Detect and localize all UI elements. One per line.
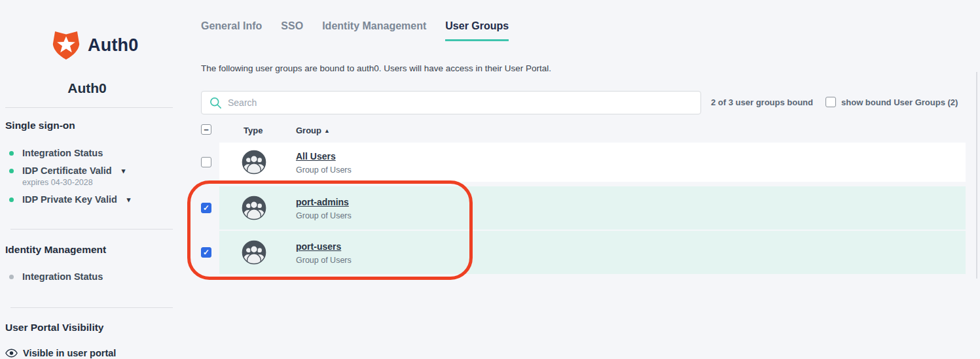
- table-row: All Users Group of Users: [201, 143, 966, 182]
- status-dot-green-icon: [9, 169, 14, 173]
- group-of-users-icon: [242, 240, 266, 265]
- scrollbar-track[interactable]: [976, 72, 977, 279]
- row-text: port-users Group of Users: [296, 241, 352, 265]
- app-title: Auth0: [0, 80, 174, 96]
- sidebar-item-label: IDP Private Key Valid: [22, 194, 117, 205]
- sidebar-divider: [10, 307, 173, 308]
- group-type-label: Group of Users: [296, 211, 352, 220]
- table-row: ✓ port-admins Group of Users: [201, 186, 966, 230]
- indeterminate-icon: −: [204, 126, 209, 134]
- group-type-label: Group of Users: [296, 165, 352, 175]
- page-description: The following user groups are bound to a…: [201, 63, 551, 73]
- tab-general-info[interactable]: General Info: [201, 20, 262, 41]
- search-input[interactable]: [228, 97, 693, 108]
- app-logo: Auth0: [51, 30, 174, 61]
- search-icon: [209, 97, 222, 109]
- group-link-port-admins[interactable]: port-admins: [296, 197, 349, 207]
- chevron-down-icon[interactable]: ▾: [122, 167, 126, 175]
- status-dot-gray-icon: [9, 275, 14, 279]
- row-checkbox-port-admins[interactable]: ✓: [201, 203, 211, 213]
- status-dot-green-icon: [9, 151, 14, 156]
- section-title-user-portal-visibility: User Portal Visibility: [5, 322, 174, 333]
- column-header-group-label: Group: [296, 126, 321, 135]
- sidebar-item-label: Integration Status: [22, 148, 103, 158]
- sidebar-item-visible-in-user-portal: Visible in user portal: [5, 348, 174, 358]
- chevron-down-icon[interactable]: ▾: [127, 196, 131, 204]
- table-row: ✓ port-users Group of Users: [201, 231, 966, 274]
- row-checkbox-port-users[interactable]: ✓: [201, 247, 211, 258]
- row-text: port-admins Group of Users: [296, 196, 352, 220]
- group-type-label: Group of Users: [296, 256, 352, 265]
- group-link-all-users[interactable]: All Users: [296, 151, 336, 162]
- sidebar-divider: [10, 229, 173, 230]
- search-box[interactable]: [201, 91, 701, 114]
- check-icon: ✓: [203, 204, 209, 212]
- select-all-checkbox[interactable]: −: [201, 124, 211, 135]
- row-text: All Users Group of Users: [296, 150, 352, 175]
- sidebar-item-sso-integration-status: Integration Status: [9, 148, 174, 158]
- sidebar-divider: [5, 107, 173, 108]
- show-bound-checkbox[interactable]: [826, 97, 836, 107]
- sidebar: Auth0 Auth0 Single sign-on Integration S…: [0, 0, 174, 359]
- certificate-expiry-text: expires 04-30-2028: [22, 178, 174, 187]
- eye-icon: [5, 349, 18, 358]
- row-checkbox-all-users[interactable]: [201, 157, 211, 167]
- sidebar-item-label: IDP Certificate Valid: [22, 165, 112, 176]
- bound-count-text: 2 of 3 user groups bound: [711, 97, 813, 107]
- section-title-sso: Single sign-on: [5, 120, 174, 131]
- row-card-port-users[interactable]: port-users Group of Users: [219, 231, 966, 274]
- sort-ascending-icon: ▲: [324, 128, 330, 134]
- section-single-sign-on: Single sign-on Integration Status IDP Ce…: [5, 120, 174, 230]
- logo-wordmark: Auth0: [88, 35, 139, 56]
- tab-bar: General Info SSO Identity Management Use…: [201, 20, 509, 41]
- sidebar-item-label: Integration Status: [22, 271, 103, 282]
- tab-user-groups[interactable]: User Groups: [445, 20, 509, 41]
- sidebar-item-label: Visible in user portal: [23, 348, 116, 358]
- sidebar-item-idp-certificate[interactable]: IDP Certificate Valid ▾: [9, 165, 174, 176]
- sidebar-item-im-integration-status: Integration Status: [9, 271, 174, 282]
- section-user-portal-visibility: User Portal Visibility Visible in user p…: [5, 322, 174, 358]
- column-header-type[interactable]: Type: [244, 126, 263, 135]
- row-card-all-users[interactable]: All Users Group of Users: [219, 143, 966, 182]
- summary-bar: 2 of 3 user groups bound show bound User…: [711, 97, 958, 107]
- auth0-shield-icon: [51, 30, 81, 61]
- section-identity-management: Identity Management Integration Status: [5, 244, 174, 308]
- status-dot-green-icon: [9, 197, 14, 202]
- check-icon: ✓: [203, 248, 209, 256]
- tab-sso[interactable]: SSO: [281, 20, 303, 41]
- group-of-users-icon: [242, 196, 266, 220]
- tab-identity-management[interactable]: Identity Management: [322, 20, 426, 41]
- row-card-port-admins[interactable]: port-admins Group of Users: [219, 186, 966, 230]
- show-bound-filter[interactable]: show bound User Groups (2): [826, 97, 958, 107]
- section-title-identity-management: Identity Management: [5, 244, 174, 256]
- column-header-group[interactable]: Group▲: [296, 126, 330, 135]
- group-link-port-users[interactable]: port-users: [296, 241, 341, 252]
- sidebar-item-idp-private-key[interactable]: IDP Private Key Valid ▾: [9, 194, 174, 205]
- group-of-users-icon: [242, 150, 266, 175]
- show-bound-label: show bound User Groups (2): [841, 97, 958, 107]
